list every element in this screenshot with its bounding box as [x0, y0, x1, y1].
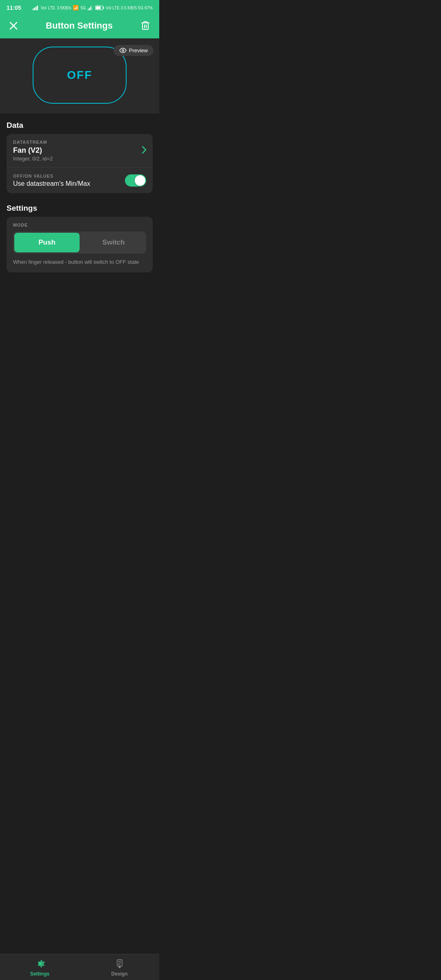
- mode-selector: Push Switch: [13, 232, 146, 254]
- data-section-title: Data: [7, 121, 153, 130]
- preview-area: OFF Preview: [0, 38, 159, 114]
- battery-percent: Vol LTE 3.5 KB/S 5G 67%: [106, 6, 153, 10]
- datastream-label-main: Fan (V2): [13, 146, 53, 155]
- signal2-icon: [88, 5, 94, 10]
- settings-section: Settings MODE Push Switch When finger re…: [0, 196, 159, 274]
- switch-mode-button[interactable]: Switch: [81, 232, 146, 254]
- status-icons: Vol LTE 3.5KB/s 📶 5G Vol LTE 3.5 KB/S 5G…: [33, 5, 153, 11]
- svg-rect-13: [143, 23, 148, 29]
- wifi-icon: 📶: [73, 5, 79, 11]
- battery-icon: [95, 5, 104, 10]
- off-on-label-main: Use datastream's Min/Max: [13, 180, 90, 187]
- off-on-label-small: OFF/ON VALUES: [13, 174, 90, 178]
- data-card: DATASTREAM Fan (V2) Integer, 0/2, id=2 O…: [7, 134, 153, 193]
- preview-label: Preview: [129, 47, 148, 53]
- page-title: Button Settings: [46, 20, 113, 31]
- off-on-values-row: OFF/ON VALUES Use datastream's Min/Max: [7, 168, 153, 193]
- min-max-toggle[interactable]: [125, 174, 146, 187]
- close-button[interactable]: [7, 20, 20, 32]
- button-widget[interactable]: OFF: [33, 47, 127, 104]
- speed-text: 3.5KB/s: [57, 6, 71, 10]
- network-text: Vol: [41, 6, 47, 10]
- button-widget-label: OFF: [67, 69, 92, 82]
- svg-rect-9: [103, 7, 104, 9]
- datastream-label-sub: Integer, 0/2, id=2: [13, 156, 53, 162]
- delete-button[interactable]: [139, 19, 152, 33]
- svg-point-16: [122, 49, 124, 51]
- signal-icon: [33, 5, 39, 10]
- status-time: 11:05: [7, 4, 21, 11]
- svg-rect-2: [36, 7, 37, 10]
- lte-text: LTE: [48, 6, 56, 10]
- svg-rect-6: [90, 7, 91, 10]
- status-bar: 11:05 Vol LTE 3.5KB/s 📶 5G Vol LTE 3.5 K…: [0, 0, 159, 15]
- mode-card: MODE Push Switch When finger released - …: [7, 217, 153, 272]
- toggle-knob: [135, 175, 145, 186]
- network-5g: 5G: [80, 6, 86, 10]
- svg-rect-5: [89, 8, 90, 10]
- chevron-right-icon: [142, 146, 146, 156]
- svg-rect-0: [33, 9, 34, 10]
- eye-icon: [119, 48, 127, 53]
- data-section: Data DATASTREAM Fan (V2) Integer, 0/2, i…: [0, 114, 159, 196]
- datastream-label-small: DATASTREAM: [13, 140, 53, 145]
- mode-label-small: MODE: [13, 223, 146, 227]
- svg-rect-3: [37, 6, 38, 11]
- svg-rect-7: [91, 5, 92, 10]
- datastream-row[interactable]: DATASTREAM Fan (V2) Integer, 0/2, id=2: [7, 134, 153, 168]
- settings-section-title: Settings: [7, 204, 153, 213]
- mode-description: When finger released - button will switc…: [13, 258, 146, 266]
- svg-rect-1: [34, 8, 35, 11]
- push-mode-button[interactable]: Push: [14, 233, 80, 252]
- top-bar: Button Settings: [0, 15, 159, 38]
- svg-rect-10: [96, 7, 100, 9]
- svg-rect-4: [88, 9, 89, 10]
- preview-button[interactable]: Preview: [114, 45, 154, 56]
